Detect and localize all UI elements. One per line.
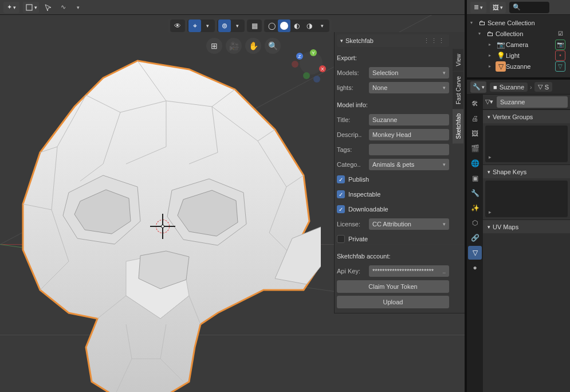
editor-type-dropdown[interactable]: ✦ (3, 2, 19, 13)
nav-pan-icon[interactable]: ✋ (245, 38, 261, 54)
downloadable-checkbox-row[interactable]: Downloadable (337, 203, 449, 215)
ptab-modifiers[interactable]: 🔧 (468, 186, 482, 200)
caret-icon[interactable]: ▾ (72, 2, 84, 13)
shading-solid[interactable] (278, 19, 290, 32)
ptab-object[interactable]: ▣ (468, 171, 482, 185)
data-name-row: ▽▾ Suzanne (483, 95, 570, 109)
npanel-tab-fastcarve[interactable]: Fast Carve (453, 72, 463, 109)
apikey-input[interactable]: ************************* (369, 265, 449, 277)
vertex-groups-list[interactable]: ▸ (485, 126, 568, 162)
category-label: Catego.. (337, 161, 367, 168)
panel-menu-icon[interactable]: ⋮⋮⋮ (423, 37, 446, 45)
section-vertex-groups[interactable]: Vertex Groups (483, 109, 570, 123)
tags-label: Tags: (337, 146, 367, 153)
properties-editor-type[interactable]: 🔧 (470, 81, 486, 93)
axis-gizmo[interactable]: Z Y X (292, 44, 331, 83)
cursor-icon[interactable]: ∿ (57, 2, 69, 13)
panel-title: Sketchfab (345, 37, 374, 44)
3d-cursor (155, 218, 171, 234)
breadcrumb-object[interactable]: ■ Suzanne (490, 83, 528, 92)
data-name-input[interactable]: Suzanne (497, 96, 568, 108)
outliner-display-mode[interactable]: 🖼 (490, 2, 506, 13)
publish-checkbox-row[interactable]: Publish (337, 173, 449, 186)
properties-header: 🔧 ■ Suzanne › ▽ S (467, 80, 570, 95)
modelinfo-section-label: Model info: (337, 99, 449, 111)
upload-button[interactable]: Upload (337, 296, 449, 308)
shading-matprev[interactable]: ◐ (290, 19, 303, 32)
nav-camera-icon[interactable]: 🎥 (226, 38, 242, 54)
ptab-output[interactable]: 🖨 (468, 112, 482, 126)
overlay-toggle[interactable]: ⊚ (218, 19, 231, 32)
outliner-item-suzanne[interactable]: ▸ ▽ Suzanne ▽ (470, 61, 568, 72)
panel-header[interactable]: Sketchfab ⋮⋮⋮ (337, 34, 449, 47)
ptab-material[interactable]: ● (468, 261, 482, 275)
nav-zoom-icon[interactable]: ⊞ (206, 38, 222, 54)
license-dropdown[interactable]: CC Attribution (369, 218, 449, 230)
viewport-header-right: 👁 ⌖ ▾ ⊚ ▾ ▦ ◯ ◐ ◑ ▾ (168, 18, 332, 33)
models-label: Models: (337, 69, 367, 76)
ptab-particles[interactable]: ✨ (468, 201, 482, 215)
gizmo-toggle[interactable]: ⌖ (188, 19, 201, 32)
properties-tabs: 🛠 🖨 🖼 🎬 🌐 ▣ 🔧 ✨ ⬡ 🔗 ▽ ● (467, 95, 483, 392)
lights-label: lights: (337, 84, 367, 91)
select-icon[interactable] (42, 2, 54, 13)
shading-rendered[interactable]: ◑ (303, 19, 316, 32)
outliner-header: ≣ 🖼 🔍 (467, 0, 570, 15)
export-section-label: Export: (337, 52, 449, 64)
shape-keys-list[interactable]: ▸ (485, 181, 568, 217)
downloadable-checkbox[interactable] (337, 205, 345, 213)
overlay-dropdown[interactable]: ▾ (231, 19, 243, 32)
outliner-scene-collection[interactable]: ▾ 🗀 Scene Collection (470, 17, 568, 28)
outliner-item-light[interactable]: ▸ 💡 Light • (470, 50, 568, 61)
sidebar-panel: View Fast Carve Sketchfab Sketchfab ⋮⋮⋮ … (334, 32, 465, 313)
ptab-physics[interactable]: ⬡ (468, 216, 482, 230)
shading-dropdown[interactable]: ▾ (316, 19, 328, 32)
breadcrumb-data[interactable]: ▽ S (534, 82, 552, 92)
private-checkbox-row[interactable]: Private (337, 233, 449, 245)
inspectable-label: Inspectable (348, 191, 380, 198)
models-dropdown[interactable]: Selection (369, 67, 449, 79)
publish-checkbox[interactable] (337, 175, 345, 183)
shading-wireframe[interactable]: ◯ (265, 19, 278, 32)
private-label: Private (348, 236, 368, 242)
downloadable-label: Downloadable (348, 206, 388, 213)
inspectable-checkbox-row[interactable]: Inspectable (337, 188, 449, 201)
gizmo-dropdown[interactable]: ▾ (201, 19, 214, 32)
inspectable-checkbox[interactable] (337, 190, 345, 198)
outliner-search[interactable]: 🔍 (509, 2, 549, 13)
tags-input[interactable] (369, 144, 449, 155)
npanel-tab-view[interactable]: View (453, 49, 463, 71)
outliner-editor-type[interactable]: ≣ (470, 2, 486, 13)
3d-viewport[interactable]: 👁 ⌖ ▾ ⊚ ▾ ▦ ◯ ◐ ◑ ▾ (0, 15, 465, 392)
ptab-constraints[interactable]: 🔗 (468, 231, 482, 245)
nav-zoom-in-icon[interactable]: 🔍 (265, 38, 281, 54)
svg-rect-0 (26, 5, 32, 10)
outliner-collection[interactable]: ▾ 🗀 Collection ☑ (470, 28, 568, 39)
outliner-item-camera[interactable]: ▸ 📷 Camera 📷 (470, 39, 568, 50)
ptab-data[interactable]: ▽ (468, 246, 482, 260)
ptab-scene[interactable]: 🎬 (468, 142, 482, 155)
ptab-viewlayer[interactable]: 🖼 (468, 127, 482, 140)
xray-toggle[interactable]: ▦ (248, 19, 261, 32)
lights-dropdown[interactable]: None (369, 82, 449, 93)
publish-label: Publish (348, 176, 369, 183)
title-input[interactable]: Suzanne (369, 114, 449, 126)
description-input[interactable]: Monkey Head (369, 129, 449, 140)
visibility-dropdown[interactable]: 👁 (171, 19, 184, 32)
viewport-header-left: ✦ ∿ ▾ (0, 0, 465, 15)
ptab-world[interactable]: 🌐 (468, 156, 482, 170)
ptab-render[interactable]: 🛠 (468, 97, 482, 111)
npanel-tab-sketchfab[interactable]: Sketchfab (453, 109, 463, 143)
mode-dropdown[interactable] (23, 2, 39, 13)
description-label: Descrip.. (337, 131, 367, 138)
section-uv-maps[interactable]: UV Maps (483, 219, 570, 233)
data-icon: ▽▾ (485, 98, 493, 105)
claim-token-button[interactable]: Claim Your Token (337, 280, 449, 293)
title-label: Title: (337, 116, 367, 123)
section-shape-keys[interactable]: Shape Keys (483, 164, 570, 178)
private-checkbox[interactable] (337, 235, 345, 243)
account-section-label: Sketchfab account: (337, 250, 449, 262)
properties-editor: 🛠 🖨 🖼 🎬 🌐 ▣ 🔧 ✨ ⬡ 🔗 ▽ ● ▽▾ Suzanne (467, 95, 570, 392)
license-label: License: (337, 221, 367, 228)
category-dropdown[interactable]: Animals & pets (369, 159, 449, 170)
